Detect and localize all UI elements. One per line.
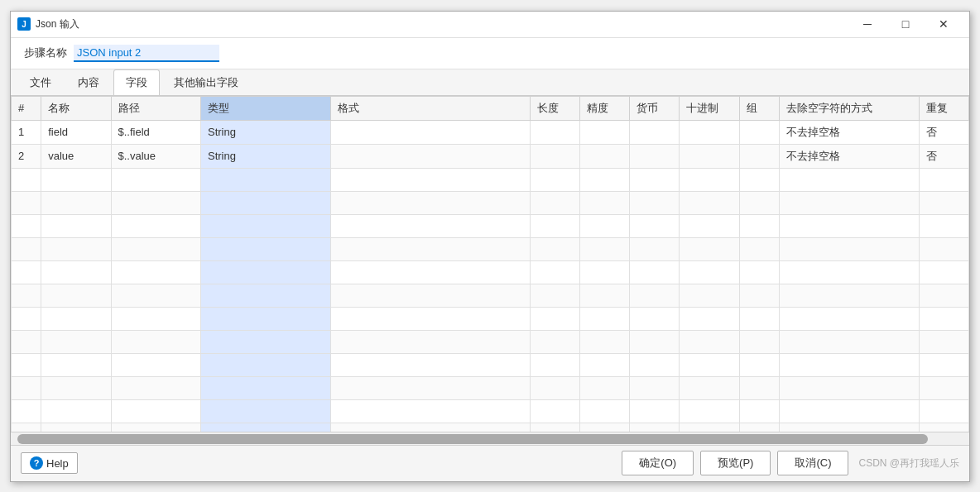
- col-header-repeat: 重复: [919, 96, 968, 120]
- cell-empty: [919, 376, 968, 399]
- cell-empty: [680, 168, 739, 191]
- cell-empty: [739, 237, 779, 260]
- cell-empty: [630, 237, 680, 260]
- cell-empty: [200, 284, 330, 307]
- cell-empty: [41, 307, 111, 330]
- tab-other-output[interactable]: 其他输出字段: [161, 69, 251, 95]
- help-button[interactable]: ? Help: [21, 452, 78, 474]
- title-bar: J Json 输入 ─ □ ✕: [11, 12, 969, 38]
- col-header-name: 名称: [41, 96, 111, 120]
- table-body: 1field$..fieldString不去掉空格否2value$..value…: [12, 120, 969, 432]
- cell-empty: [630, 353, 680, 376]
- cell-empty: [739, 376, 779, 399]
- cell-num[interactable]: 1: [12, 120, 41, 144]
- cell-empty: [919, 260, 968, 284]
- cell-group[interactable]: [739, 144, 779, 168]
- cell-empty: [779, 399, 919, 423]
- maximize-button[interactable]: □: [886, 11, 925, 37]
- cell-empty: [779, 237, 919, 260]
- table-row-empty: [12, 191, 969, 214]
- step-name-row: 步骤名称: [11, 38, 969, 69]
- cell-format[interactable]: [330, 144, 530, 168]
- cell-empty: [12, 330, 41, 353]
- cell-empty: [530, 330, 579, 353]
- cell-empty: [779, 376, 919, 399]
- cell-empty: [579, 284, 629, 307]
- minimize-button[interactable]: ─: [848, 11, 886, 37]
- cell-trim[interactable]: 不去掉空格: [779, 120, 919, 144]
- cell-repeat[interactable]: 否: [919, 144, 968, 168]
- table-row[interactable]: 1field$..fieldString不去掉空格否: [12, 120, 969, 144]
- cell-empty: [330, 330, 530, 353]
- step-name-input[interactable]: [74, 45, 219, 62]
- cell-empty: [579, 307, 629, 330]
- cell-empty: [111, 237, 200, 260]
- cell-empty: [330, 168, 530, 191]
- scrollbar-thumb[interactable]: [17, 434, 928, 444]
- tab-file[interactable]: 文件: [17, 69, 64, 95]
- cell-empty: [41, 376, 111, 399]
- cell-empty: [200, 168, 330, 191]
- cell-num[interactable]: 2: [12, 144, 41, 168]
- cell-empty: [12, 191, 41, 214]
- cell-empty: [739, 168, 779, 191]
- cell-empty: [12, 168, 41, 191]
- cell-empty: [739, 423, 779, 432]
- tabs-bar: 文件 内容 字段 其他输出字段: [11, 69, 969, 96]
- cell-empty: [330, 376, 530, 399]
- cell-empty: [579, 330, 629, 353]
- col-header-group: 组: [739, 96, 779, 120]
- cell-group[interactable]: [739, 120, 779, 144]
- table-row[interactable]: 2value$..valueString不去掉空格否: [12, 144, 969, 168]
- cell-type[interactable]: String: [200, 120, 330, 144]
- cell-decimal[interactable]: [680, 144, 739, 168]
- cell-empty: [779, 423, 919, 432]
- cell-empty: [579, 214, 629, 237]
- cell-path[interactable]: $..field: [111, 120, 200, 144]
- title-bar-controls: ─ □ ✕: [848, 11, 963, 37]
- cell-name[interactable]: field: [41, 120, 111, 144]
- cell-empty: [630, 330, 680, 353]
- close-button[interactable]: ✕: [925, 11, 963, 37]
- cell-empty: [330, 399, 530, 423]
- cell-trim[interactable]: 不去掉空格: [779, 144, 919, 168]
- cell-empty: [919, 307, 968, 330]
- cancel-button[interactable]: 取消(C): [777, 451, 848, 475]
- cell-empty: [200, 237, 330, 260]
- cell-path[interactable]: $..value: [111, 144, 200, 168]
- tab-content[interactable]: 内容: [65, 69, 112, 95]
- cell-currency[interactable]: [630, 144, 680, 168]
- cell-empty: [919, 353, 968, 376]
- horizontal-scrollbar[interactable]: [11, 432, 969, 445]
- cell-empty: [739, 399, 779, 423]
- cell-format[interactable]: [330, 120, 530, 144]
- cell-empty: [579, 168, 629, 191]
- cell-repeat[interactable]: 否: [919, 120, 968, 144]
- cell-empty: [739, 214, 779, 237]
- cell-decimal[interactable]: [680, 120, 739, 144]
- cell-empty: [779, 284, 919, 307]
- cell-length[interactable]: [530, 120, 579, 144]
- cell-empty: [12, 307, 41, 330]
- table-row-empty: [12, 168, 969, 191]
- cell-precision[interactable]: [579, 120, 629, 144]
- cell-empty: [579, 399, 629, 423]
- cell-empty: [530, 237, 579, 260]
- cell-empty: [680, 260, 739, 284]
- cell-currency[interactable]: [630, 120, 680, 144]
- confirm-button[interactable]: 确定(O): [622, 451, 694, 475]
- cell-name[interactable]: value: [41, 144, 111, 168]
- cell-empty: [330, 353, 530, 376]
- cell-empty: [530, 168, 579, 191]
- cell-empty: [680, 399, 739, 423]
- cell-empty: [739, 191, 779, 214]
- cell-empty: [330, 423, 530, 432]
- cell-empty: [779, 307, 919, 330]
- table-row-empty: [12, 284, 969, 307]
- cell-precision[interactable]: [579, 144, 629, 168]
- preview-button[interactable]: 预览(P): [700, 451, 771, 475]
- cell-type[interactable]: String: [200, 144, 330, 168]
- tab-fields[interactable]: 字段: [113, 69, 160, 95]
- table-row-empty: [12, 307, 969, 330]
- cell-length[interactable]: [530, 144, 579, 168]
